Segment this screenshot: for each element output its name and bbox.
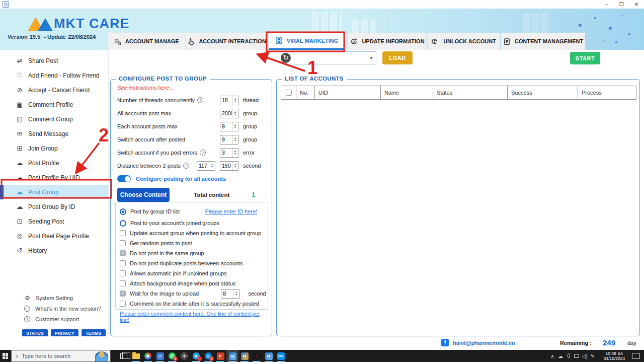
skype-button[interactable]: S3: [202, 350, 214, 362]
distance-min-stepper[interactable]: ▲▼: [197, 161, 215, 171]
enter-id-link[interactable]: Please enter ID here!: [205, 208, 257, 214]
sidebar-item-comment-group[interactable]: ▤Comment Group: [0, 112, 108, 126]
column-success[interactable]: Success: [508, 86, 578, 99]
sidebar-item-comment-profile[interactable]: ▣Comment Profile: [0, 97, 108, 112]
taskbar-clock[interactable]: 10:38 SA 04/10/2024: [600, 351, 629, 361]
photos-app-button[interactable]: ▱: [154, 350, 166, 362]
column-name[interactable]: Name: [381, 86, 433, 99]
send-message-icon: ✉: [16, 130, 24, 137]
help-icon[interactable]: ?: [183, 163, 189, 169]
zalo-button[interactable]: Zalo: [275, 350, 287, 362]
tab-content-management[interactable]: CONTENT MANAGEMENT: [501, 33, 585, 50]
mkt-app2-button[interactable]: M: [238, 350, 251, 362]
customer-support-item[interactable]: ?Customer support: [0, 314, 109, 324]
auto-join-checkbox[interactable]: [120, 270, 126, 276]
powerpoint-button[interactable]: P: [214, 350, 226, 362]
sidebar-item-post-reel-page-profile[interactable]: ◎Post Reel Page Profile: [0, 229, 108, 243]
taskbar-search-input[interactable]: ⌕ Type here to search: [11, 350, 111, 362]
task-view-button[interactable]: [118, 350, 130, 362]
update-account-group-checkbox[interactable]: [120, 230, 126, 236]
sidebar-item-post-group-by-id[interactable]: ☁Post Group By ID: [0, 199, 108, 214]
sidebar-item-accept-cancel-friend[interactable]: ⊘Accept - Cancel Friend: [0, 83, 108, 97]
tray-cloud-icon[interactable]: ☁: [556, 353, 565, 359]
facebook-icon[interactable]: f: [441, 339, 449, 346]
column-no[interactable]: No.: [296, 86, 315, 99]
tray-network-icon[interactable]: [573, 353, 581, 359]
window-titlebar: ⊡ – ❐ ✕: [0, 0, 644, 9]
stepper-arrows-icon[interactable]: ▲▼: [232, 162, 238, 170]
mkt-app3-button[interactable]: M: [263, 350, 275, 362]
wait-image-stepper[interactable]: ▲▼: [221, 289, 239, 299]
wait-image-checkbox[interactable]: [120, 291, 126, 297]
search-highlight-image[interactable]: [95, 351, 108, 361]
sidebar-item-post-profile-by-uid[interactable]: ☁Post Profile By UID: [0, 170, 108, 185]
stepper-arrows-icon[interactable]: ▲▼: [232, 135, 238, 144]
threads-stepper[interactable]: ▲▼: [220, 96, 238, 105]
stepper-arrows-icon[interactable]: ▲▼: [233, 289, 239, 298]
help-icon[interactable]: ?: [200, 150, 206, 156]
choose-content-button[interactable]: Choose Content: [117, 188, 170, 202]
comment-after-checkbox[interactable]: [120, 301, 126, 307]
whatsapp-button[interactable]: ✆1: [166, 350, 178, 362]
switch-after-posted-stepper[interactable]: ▲▼: [220, 135, 238, 144]
sidebar-item-post-group[interactable]: ☁Post Group: [0, 185, 108, 199]
mkt-care-app-button[interactable]: M: [226, 350, 238, 362]
garena-button[interactable]: ♆: [251, 350, 263, 362]
stepper-arrows-icon[interactable]: ▲▼: [209, 162, 215, 170]
sidebar-item-share-post[interactable]: ⇄Share Post: [0, 53, 108, 68]
tab-unlock-account[interactable]: UNLOCK ACCOUNT: [428, 33, 500, 50]
notification-center-icon[interactable]: [632, 353, 640, 359]
tab-account-manage[interactable]: ACCOUNT MANAGE: [108, 33, 185, 50]
column-status[interactable]: Status: [433, 86, 508, 99]
column-uid[interactable]: UID: [315, 86, 381, 99]
tray-chevron-up-icon[interactable]: ∧: [548, 353, 556, 359]
close-button[interactable]: ✕: [629, 0, 644, 9]
stepper-arrows-icon[interactable]: ▲▼: [232, 149, 238, 157]
system-setting-item[interactable]: ⚙System Setting: [0, 293, 109, 303]
tab-account-interaction[interactable]: ACCOUNT INTERACTION: [186, 33, 268, 50]
refresh-button[interactable]: ↻: [281, 53, 291, 63]
configure-all-accounts-toggle[interactable]: [117, 175, 131, 182]
no-duplicate-checkbox[interactable]: [120, 260, 126, 266]
instructions-link[interactable]: See instructions here...: [117, 85, 266, 91]
sidebar-item-history[interactable]: ↺History: [0, 243, 108, 258]
minimize-button[interactable]: –: [599, 0, 614, 9]
tray-microphone-icon[interactable]: [565, 353, 573, 359]
help-icon[interactable]: ?: [197, 97, 203, 103]
chrome-button[interactable]: [142, 350, 154, 362]
sidebar-item-add-friend[interactable]: ♡Add Friend - Follow Friend: [0, 68, 108, 83]
attach-background-checkbox[interactable]: [120, 280, 126, 286]
tray-pen-icon[interactable]: ✎: [589, 353, 597, 359]
select-all-checkbox[interactable]: [286, 90, 292, 96]
no-same-group-checkbox[interactable]: [120, 250, 126, 256]
sidebar-item-join-group[interactable]: ⊞Join Group: [0, 141, 108, 156]
whats-new-item[interactable]: iWhat's in the new version?: [0, 303, 109, 314]
start-button[interactable]: START: [570, 52, 600, 64]
tab-update-information[interactable]: UPDATE INFORMATION: [348, 33, 427, 50]
start-menu-button[interactable]: [0, 350, 11, 362]
column-process[interactable]: Process: [578, 86, 636, 99]
restore-button[interactable]: ❐: [614, 0, 629, 9]
tray-volume-icon[interactable]: ◁): [581, 353, 589, 359]
load-button[interactable]: LOAD: [382, 51, 413, 64]
sidebar-item-seeding-post[interactable]: ⊡Seeding Post: [0, 214, 108, 229]
post-by-id-radio[interactable]: [120, 208, 126, 215]
random-posts-checkbox[interactable]: [120, 240, 126, 246]
stepper-arrows-icon[interactable]: ▲▼: [232, 122, 238, 131]
sidebar-item-post-profile[interactable]: ☁Post Profile: [0, 156, 108, 170]
distance-max-stepper[interactable]: ▲▼: [220, 161, 238, 171]
file-explorer-button[interactable]: [130, 350, 142, 362]
telegram-button[interactable]: ➤: [190, 350, 202, 362]
all-accounts-max-stepper[interactable]: ▲▼: [220, 109, 238, 118]
game-launcher-button[interactable]: ✣: [178, 350, 190, 362]
joined-groups-radio[interactable]: [120, 220, 126, 227]
sidebar-item-send-message[interactable]: ✉Send Message: [0, 126, 108, 141]
stepper-arrows-icon[interactable]: ▲▼: [232, 109, 238, 118]
tab-viral-marketing[interactable]: VIRAL MARKETING: [269, 33, 345, 50]
stepper-arrows-icon[interactable]: ▲▼: [232, 96, 238, 105]
account-group-dropdown[interactable]: ▼: [294, 51, 376, 64]
support-email-link[interactable]: haivt@phanmemmkt.vn: [453, 340, 515, 346]
switch-on-errors-stepper[interactable]: ▲▼: [220, 148, 238, 158]
comment-content-link[interactable]: Please enter comment content here. One l…: [120, 311, 268, 323]
each-account-max-stepper[interactable]: ▲▼: [220, 122, 238, 131]
